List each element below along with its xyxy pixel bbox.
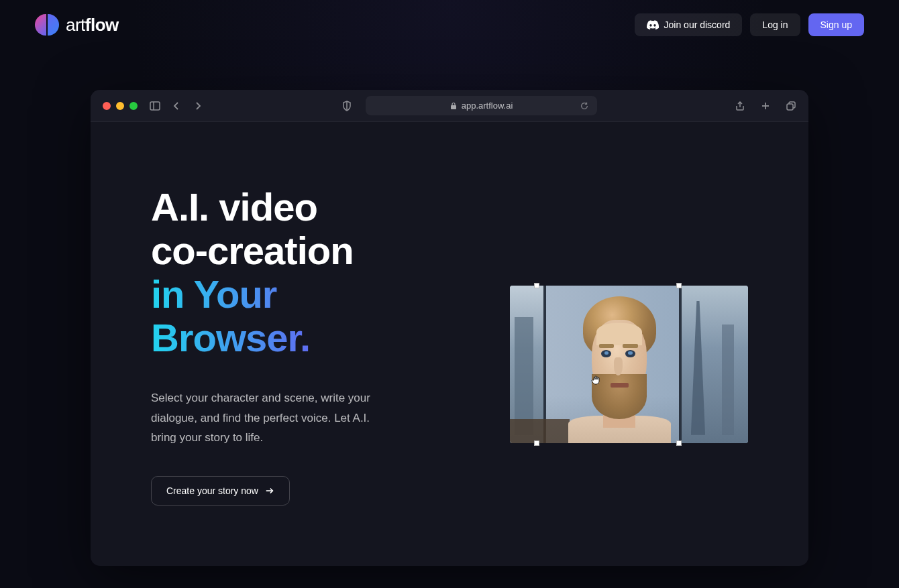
sidebar-toggle-icon: [150, 101, 160, 111]
discord-button-label: Join our discord: [664, 19, 731, 30]
hero-image-area: [473, 186, 748, 506]
hero-character-image: [510, 286, 748, 443]
refresh-icon: [580, 101, 589, 111]
share-icon: [735, 101, 745, 111]
hero-title-line2: co-creation: [151, 229, 354, 272]
browser-chrome: app.artflow.ai: [91, 90, 808, 122]
plus-icon: [760, 101, 771, 111]
close-window-icon: [103, 102, 111, 110]
selection-handle-icon: [676, 440, 682, 446]
selection-handle-icon: [534, 440, 539, 446]
svg-rect-6: [787, 104, 793, 110]
tabs-icon: [786, 101, 796, 111]
shield-icon: [341, 101, 352, 111]
hero-subtitle: Select your character and scene, write y…: [151, 388, 392, 448]
selection-handle-icon: [534, 283, 539, 288]
login-button-label: Log in: [762, 19, 788, 30]
svg-rect-0: [150, 102, 160, 110]
url-text: app.artflow.ai: [462, 101, 513, 111]
hero-title-gradient-line2: Browser.: [151, 316, 310, 359]
join-discord-button[interactable]: Join our discord: [635, 13, 743, 36]
logo-mark-icon: [35, 14, 59, 36]
browser-center: app.artflow.ai: [215, 96, 723, 115]
back-icon: [171, 101, 182, 111]
logo[interactable]: artflow: [35, 14, 119, 36]
hero-section: A.I. video co-creation in Your Browser. …: [91, 122, 808, 566]
signup-button-label: Sign up: [821, 19, 852, 30]
browser-toolbar-left: [150, 101, 203, 111]
traffic-lights: [103, 102, 138, 110]
login-button[interactable]: Log in: [750, 13, 800, 36]
maximize-window-icon: [129, 102, 138, 110]
cta-label: Create your story now: [166, 485, 258, 496]
grab-cursor-icon: [591, 375, 603, 387]
signup-button[interactable]: Sign up: [808, 13, 864, 36]
header-actions: Join our discord Log in Sign up: [635, 13, 864, 36]
discord-icon: [647, 20, 659, 30]
hero-title: A.I. video co-creation in Your Browser.: [151, 186, 433, 360]
hero-text: A.I. video co-creation in Your Browser. …: [151, 186, 433, 506]
main-header: artflow Join our discord Log in Sign up: [0, 0, 899, 50]
arrow-right-icon: [265, 486, 274, 495]
lock-icon: [450, 102, 458, 110]
forward-icon: [193, 101, 203, 111]
hero-image-container: [510, 286, 748, 443]
svg-rect-3: [451, 105, 456, 109]
minimize-window-icon: [116, 102, 124, 110]
browser-mockup: app.artflow.ai: [91, 90, 808, 566]
create-story-button[interactable]: Create your story now: [151, 476, 290, 506]
selection-handle-icon: [676, 283, 682, 288]
browser-toolbar-right: [735, 101, 796, 111]
url-bar: app.artflow.ai: [366, 96, 597, 115]
hero-title-gradient-line1: in Your: [151, 272, 276, 316]
hero-title-line1: A.I. video: [151, 185, 317, 229]
logo-text: artflow: [66, 15, 119, 36]
